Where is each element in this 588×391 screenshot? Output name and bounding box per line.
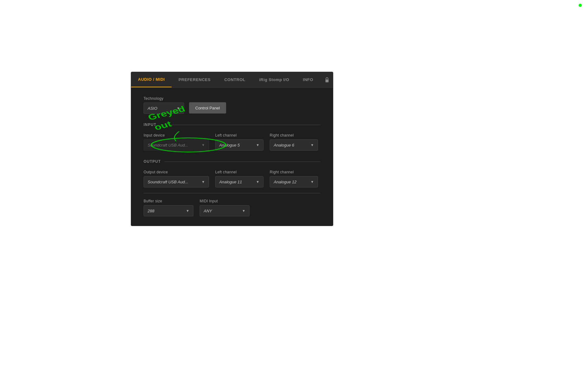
input-left-channel-select[interactable]: Analogue 5 ▼ xyxy=(215,139,263,151)
output-left-channel-value: Analogue 11 xyxy=(219,180,253,184)
output-left-channel-select[interactable]: Analogue 11 ▼ xyxy=(215,176,263,187)
technology-label: Technology xyxy=(144,96,184,101)
svg-rect-0 xyxy=(325,80,329,82)
dialog-content: Technology ASIO ▼ Control Panel INPUT In… xyxy=(131,88,333,226)
midi-input-label: MIDI Input xyxy=(200,199,249,203)
technology-select[interactable]: ASIO ▼ xyxy=(144,103,184,114)
buffer-midi-row: Buffer size 288 ▼ MIDI Input ANY ▼ xyxy=(144,199,320,216)
input-right-arrow-icon: ▼ xyxy=(311,143,314,147)
input-device-row: Input device Soundcraft USB Aud... ▼ Lef… xyxy=(144,133,320,151)
buffer-divider xyxy=(144,193,320,193)
output-left-channel-label: Left channel xyxy=(215,170,263,174)
input-left-channel-group: Left channel Analogue 5 ▼ xyxy=(215,133,263,151)
input-left-channel-label: Left channel xyxy=(215,133,263,138)
output-right-channel-select[interactable]: Analogue 12 ▼ xyxy=(270,176,318,187)
lock-icon[interactable] xyxy=(320,73,333,87)
input-device-arrow-icon: ▼ xyxy=(202,143,205,147)
output-right-channel-value: Analogue 12 xyxy=(274,180,307,184)
midi-input-group: MIDI Input ANY ▼ xyxy=(200,199,249,216)
input-device-label: Input device xyxy=(144,133,209,138)
output-device-arrow-icon: ▼ xyxy=(202,180,205,184)
tab-irig-stomp[interactable]: iRig Stomp I/O xyxy=(252,72,296,87)
input-right-channel-label: Right channel xyxy=(270,133,318,138)
tab-info[interactable]: INFO xyxy=(296,72,320,87)
output-section-divider: OUTPUT xyxy=(144,159,320,164)
control-panel-button[interactable]: Control Panel xyxy=(189,102,226,113)
output-divider-line xyxy=(164,162,320,162)
output-device-value: Soundcraft USB Aud... xyxy=(148,180,198,184)
tab-preferences[interactable]: PREFERENCES xyxy=(172,72,217,87)
midi-input-value: ANY xyxy=(204,209,239,213)
input-section-divider: INPUT xyxy=(144,123,320,127)
tab-control[interactable]: CONTROL xyxy=(217,72,252,87)
technology-arrow-icon: ▼ xyxy=(177,106,180,110)
input-right-channel-value: Analogue 6 xyxy=(274,143,307,147)
midi-input-select[interactable]: ANY ▼ xyxy=(200,205,249,216)
midi-arrow-icon: ▼ xyxy=(242,209,245,213)
tab-audio-midi[interactable]: AUDIO / MIDI xyxy=(131,72,172,87)
output-device-group: Output device Soundcraft USB Aud... ▼ xyxy=(144,170,209,187)
input-left-arrow-icon: ▼ xyxy=(256,143,259,147)
buffer-arrow-icon: ▼ xyxy=(186,209,189,213)
output-label: OUTPUT xyxy=(144,159,161,164)
input-label: INPUT xyxy=(144,123,156,127)
technology-row: Technology ASIO ▼ Control Panel xyxy=(144,96,320,114)
top-area xyxy=(0,0,588,72)
input-left-channel-value: Analogue 5 xyxy=(219,143,253,147)
output-device-row: Output device Soundcraft USB Aud... ▼ Le… xyxy=(144,170,320,187)
input-device-select[interactable]: Soundcraft USB Aud... ▼ xyxy=(144,139,209,151)
buffer-size-value: 288 xyxy=(148,209,183,213)
input-device-group: Input device Soundcraft USB Aud... ▼ xyxy=(144,133,209,151)
input-divider-line xyxy=(160,125,320,125)
output-left-arrow-icon: ▼ xyxy=(256,180,259,184)
tab-bar: AUDIO / MIDI PREFERENCES CONTROL iRig St… xyxy=(131,72,333,88)
technology-value: ASIO xyxy=(148,106,173,111)
output-right-channel-label: Right channel xyxy=(270,170,318,174)
input-right-channel-group: Right channel Analogue 6 ▼ xyxy=(270,133,318,151)
buffer-group: Buffer size 288 ▼ xyxy=(144,199,193,216)
output-left-channel-group: Left channel Analogue 11 ▼ xyxy=(215,170,263,187)
green-dot xyxy=(579,4,582,7)
output-section: OUTPUT Output device Soundcraft USB Aud.… xyxy=(144,159,320,187)
buffer-size-select[interactable]: 288 ▼ xyxy=(144,205,193,216)
buffer-size-label: Buffer size xyxy=(144,199,193,203)
input-right-channel-select[interactable]: Analogue 6 ▼ xyxy=(270,139,318,151)
input-device-value: Soundcraft USB Aud... xyxy=(148,143,198,147)
output-right-arrow-icon: ▼ xyxy=(311,180,314,184)
output-device-label: Output device xyxy=(144,170,209,174)
output-right-channel-group: Right channel Analogue 12 ▼ xyxy=(270,170,318,187)
technology-group: Technology ASIO ▼ xyxy=(144,96,184,114)
output-device-select[interactable]: Soundcraft USB Aud... ▼ xyxy=(144,176,209,187)
audio-midi-dialog: AUDIO / MIDI PREFERENCES CONTROL iRig St… xyxy=(131,72,333,226)
